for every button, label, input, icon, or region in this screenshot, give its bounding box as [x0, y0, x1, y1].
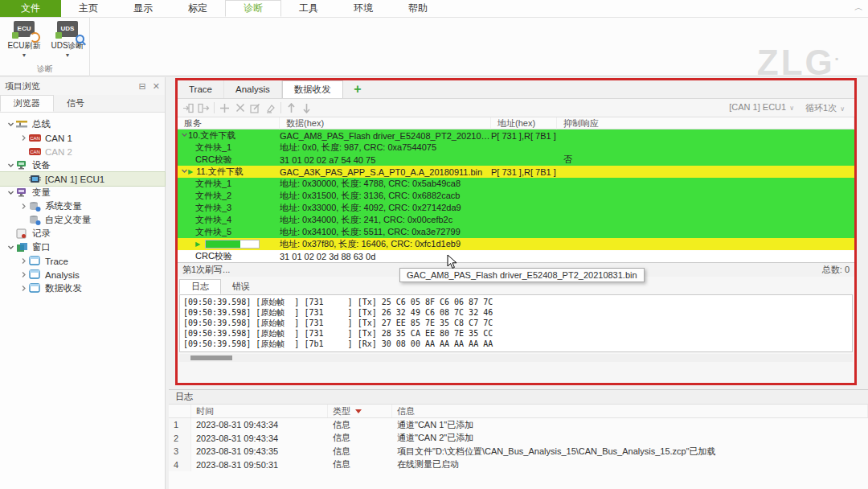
ribbon-tab-显示[interactable]: 显示	[116, 0, 170, 17]
table-row[interactable]: 文件块_2地址: 0x31500, 长度: 3136, CRC: 0x6882c…	[178, 190, 854, 202]
ribbon-group-label: 诊断	[0, 64, 90, 75]
table-row[interactable]: 文件块_1地址: 0x30000, 长度: 4788, CRC: 0x5ab49…	[178, 178, 854, 190]
table-row[interactable]: 文件块_1地址: 0x0, 长度: 987, CRC: 0xa7544075	[178, 142, 854, 154]
table-row[interactable]: ▶地址: 0x37f80, 长度: 16406, CRC: 0xfc1d1eb9	[178, 238, 854, 250]
chevron-down-icon[interactable]	[5, 161, 16, 171]
column-header-数据(hex)[interactable]: 数据(hex)	[280, 117, 491, 129]
ribbon-tab-标定[interactable]: 标定	[170, 0, 225, 17]
tree-item-记录[interactable]: 记录	[0, 227, 165, 240]
ribbon-tab-工具[interactable]: 工具	[281, 0, 336, 17]
column-header-地址(hex)[interactable]: 地址(hex)	[491, 117, 557, 129]
add-icon[interactable]	[217, 101, 232, 114]
ribbon-button-ecu[interactable]: ECUECU刷新▼	[3, 20, 45, 62]
ribbon-collapse-icon[interactable]: ︿	[854, 2, 863, 14]
import-icon[interactable]	[181, 101, 196, 114]
sidebar-tab-信号[interactable]: 信号	[54, 95, 97, 112]
column-header-时间[interactable]: 时间	[191, 405, 328, 417]
edit-icon[interactable]	[248, 101, 263, 114]
tab-数据收发[interactable]: 数据收发	[282, 80, 343, 98]
tree-item-系统变量[interactable]: 系统变量	[0, 199, 165, 213]
time-cell: 2023-08-31 09:43:35	[191, 446, 328, 456]
table-row[interactable]: CRC校验31 01 02 02 3d 88 63 0d	[178, 250, 854, 262]
play-icon: ▶	[188, 168, 193, 175]
log-table-row[interactable]: 22023-08-31 09:43:34信息通道"CAN 2"已添加	[169, 432, 868, 446]
chevron-right-icon[interactable]	[18, 270, 29, 280]
chevron-down-icon[interactable]	[178, 131, 188, 140]
tree-item-数据收发[interactable]: 数据收发	[0, 281, 165, 295]
tree-item-CAN 1[interactable]: CANCAN 1	[0, 131, 165, 145]
column-header-抑制响应[interactable]: 抑制响应	[557, 117, 854, 129]
log-line: [09:50:39.598] [原始帧 ] [731 ] [Tx] 27 EE …	[183, 318, 849, 328]
table-row[interactable]: 文件块_3地址: 0x33000, 长度: 4092, CRC: 0x27142…	[178, 202, 854, 214]
export-icon[interactable]	[196, 101, 211, 114]
tree-item-label: 变量	[32, 187, 51, 199]
chevron-right-icon[interactable]	[18, 202, 29, 212]
tree-item-[CAN 1] ECU1[interactable]: [CAN 1] ECU1	[0, 172, 165, 186]
pin-icon[interactable]: ⊟	[139, 81, 146, 92]
tree-item-总线[interactable]: 总线	[0, 117, 165, 131]
log-tab-日志[interactable]: 日志	[179, 279, 221, 294]
time-cell: 2023-08-31 09:43:34	[191, 420, 328, 429]
ecu-selector[interactable]: [CAN 1] ECU1∨	[729, 102, 794, 114]
tree-item-设备[interactable]: 设备	[0, 158, 165, 172]
chevron-down-icon[interactable]	[178, 167, 188, 176]
address-cell: P[ 731 ],R[ 7B1 ]	[491, 131, 557, 141]
win-icon	[29, 256, 42, 266]
up-icon[interactable]	[284, 101, 299, 114]
chevron-down-icon: ∨	[840, 105, 845, 113]
clear-icon[interactable]	[263, 101, 278, 114]
log-table-row[interactable]: 32023-08-31 09:43:35信息项目文件"D:\文档位置\CAN_B…	[169, 445, 868, 458]
row-number: 2	[169, 432, 191, 446]
ribbon-tab-环境[interactable]: 环境	[336, 0, 391, 17]
table-row[interactable]: 10.文件下载GAC_AM8_PAS_Flash driver_E52408_P…	[178, 129, 854, 142]
scrollbar-thumb[interactable]	[190, 355, 232, 360]
frame-log-view[interactable]: [09:50:39.598] [原始帧 ] [731 ] [Tx] 25 C6 …	[179, 294, 853, 352]
tree-item-Analysis[interactable]: Analysis	[0, 268, 165, 281]
chevron-right-icon[interactable]	[18, 257, 29, 266]
chevron-down-icon[interactable]	[5, 243, 16, 253]
chevron-right-icon[interactable]	[18, 134, 29, 143]
service-cell: 文件块_2	[178, 190, 280, 202]
refresh-icon	[30, 32, 40, 43]
progress-fill	[206, 240, 240, 248]
loop-selector[interactable]: 循环1次∨	[805, 102, 845, 114]
column-header-信息[interactable]: 信息	[392, 405, 868, 417]
time-cell: 2023-08-31 09:50:31	[191, 460, 328, 470]
ribbon-tab-主页[interactable]: 主页	[61, 0, 116, 17]
chevron-down-icon[interactable]	[5, 188, 16, 198]
log-table-row[interactable]: 12023-08-31 09:43:34信息通道"CAN 1"已添加	[169, 418, 868, 432]
tab-Trace[interactable]: Trace	[178, 80, 224, 98]
ribbon-button-uds[interactable]: UDSUDS诊断▼	[47, 20, 88, 62]
tree-item-自定义变量[interactable]: 自定义变量	[0, 213, 165, 227]
tree-item-窗口[interactable]: 窗口	[0, 240, 165, 254]
log-tab-错误[interactable]: 错误	[221, 279, 261, 294]
service-name: 文件块_3	[195, 202, 231, 214]
chevron-right-icon[interactable]	[18, 284, 29, 294]
variable-icon	[16, 187, 29, 198]
sidebar-tab-浏览器[interactable]: 浏览器	[0, 95, 54, 112]
tab-Analysis[interactable]: Analysis	[224, 80, 282, 98]
add-tab-button[interactable]: +	[343, 80, 372, 98]
table-row[interactable]: ▶11.文件下载GAC_A3K_PAS_APP_S.A_PT0_A.A_2018…	[178, 166, 854, 178]
ribbon-tab-帮助[interactable]: 帮助	[391, 0, 445, 17]
ribbon-tab-诊断[interactable]: 诊断	[225, 0, 281, 17]
down-icon[interactable]	[299, 101, 314, 114]
tree-item-CAN 2[interactable]: CANCAN 2	[0, 145, 165, 158]
delete-icon[interactable]	[232, 101, 248, 114]
tree-item-Trace[interactable]: Trace	[0, 254, 165, 268]
ribbon-tab-文件[interactable]: 文件	[0, 0, 61, 17]
filter-icon[interactable]	[355, 409, 362, 413]
log-table-row[interactable]: 42023-08-31 09:50:31信息在线测量已启动	[169, 458, 868, 472]
log-horizontal-scrollbar[interactable]	[179, 354, 853, 362]
service-name: 文件块_1	[195, 178, 231, 190]
tree-item-变量[interactable]: 变量	[0, 186, 165, 199]
close-icon[interactable]: ✕	[153, 81, 160, 92]
svg-text:CAN: CAN	[30, 136, 40, 141]
project-browser-panel: 项目浏览 ⊟ ✕ 浏览器信号 总线CANCAN 1CANCAN 2设备[CAN …	[0, 77, 166, 489]
table-row[interactable]: 文件块_4地址: 0x34000, 长度: 241, CRC: 0x00cefb…	[178, 214, 854, 226]
table-row[interactable]: 文件块_5地址: 0x34100, 长度: 5511, CRC: 0xa3e72…	[178, 226, 854, 238]
table-row[interactable]: CRC校验31 01 02 02 a7 54 40 75否	[178, 154, 854, 166]
chevron-down-icon[interactable]	[5, 120, 16, 129]
column-header-类型[interactable]: 类型	[328, 405, 392, 417]
column-header-服务[interactable]: 服务	[178, 117, 280, 129]
